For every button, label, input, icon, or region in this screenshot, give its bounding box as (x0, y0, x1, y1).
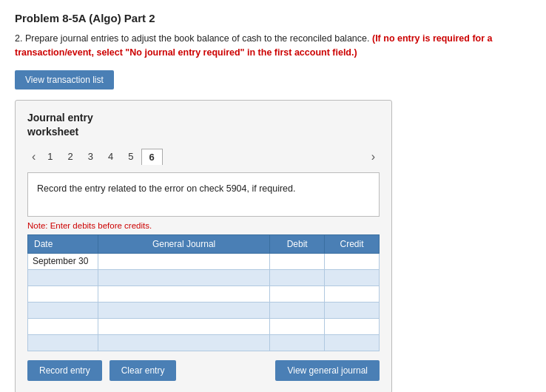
entry-description: Record the entry related to the error on… (27, 172, 380, 217)
col-header-debit: Debit (270, 234, 325, 253)
tab-3[interactable]: 3 (81, 149, 101, 164)
row-6-gj-input[interactable] (98, 335, 269, 351)
col-header-credit: Credit (325, 234, 380, 253)
row-6-gj-cell (98, 334, 270, 351)
tab-1[interactable]: 1 (40, 149, 60, 164)
row-5-gj-cell (98, 318, 270, 334)
tab-5[interactable]: 5 (121, 149, 141, 164)
row-4-debit-input[interactable] (270, 303, 324, 318)
row-3-debit-cell (270, 285, 325, 302)
tab-4[interactable]: 4 (101, 149, 121, 164)
clear-entry-button[interactable]: Clear entry (109, 360, 177, 381)
row-6-debit-cell (270, 334, 325, 351)
action-buttons: Record entry Clear entry View general jo… (27, 360, 380, 381)
row-3-credit-input[interactable] (325, 286, 379, 302)
view-transaction-list-button[interactable]: View transaction list (15, 70, 114, 89)
table-row (28, 285, 380, 302)
journal-entry-worksheet: Journal entry worksheet ‹ 1 2 3 4 5 6 › … (15, 100, 392, 393)
tab-6[interactable]: 6 (141, 149, 163, 165)
table-row (28, 334, 380, 351)
row-3-date (28, 285, 98, 302)
row-3-credit-cell (325, 285, 380, 302)
col-header-general-journal: General Journal (98, 234, 270, 253)
row-4-date (28, 302, 98, 318)
row-6-debit-input[interactable] (270, 335, 324, 351)
table-row (28, 269, 380, 285)
page-title: Problem 8-5A (Algo) Part 2 (15, 12, 531, 24)
row-5-date (28, 318, 98, 334)
row-6-date (28, 334, 98, 351)
tab-next-button[interactable]: › (367, 151, 380, 163)
row-1-gj-cell (98, 253, 270, 269)
journal-table: Date General Journal Debit Credit Septem… (27, 234, 380, 351)
row-5-credit-cell (325, 318, 380, 334)
instruction: 2. Prepare journal entries to adjust the… (15, 32, 531, 60)
table-row (28, 302, 380, 318)
tab-2[interactable]: 2 (61, 149, 81, 164)
row-6-credit-input[interactable] (325, 335, 379, 351)
row-6-credit-cell (325, 334, 380, 351)
row-2-credit-cell (325, 269, 380, 285)
row-2-credit-input[interactable] (325, 270, 379, 285)
worksheet-title: Journal entry worksheet (27, 111, 380, 140)
instruction-prefix: 2. Prepare journal entries to adjust the… (15, 33, 369, 44)
row-4-gj-input[interactable] (98, 303, 269, 318)
row-5-debit-cell (270, 318, 325, 334)
row-1-debit-cell (270, 253, 325, 269)
debit-before-credit-note: Note: Enter debits before credits. (27, 221, 380, 230)
col-header-date: Date (28, 234, 98, 253)
row-5-gj-input[interactable] (98, 319, 269, 334)
row-1-credit-cell (325, 253, 380, 269)
row-3-gj-input[interactable] (98, 286, 269, 302)
row-3-gj-cell (98, 285, 270, 302)
row-4-credit-input[interactable] (325, 303, 379, 318)
row-2-date (28, 269, 98, 285)
row-4-credit-cell (325, 302, 380, 318)
row-1-gj-input[interactable] (98, 254, 269, 269)
record-entry-button[interactable]: Record entry (27, 360, 102, 381)
table-row: September 30 (28, 253, 380, 269)
row-2-debit-cell (270, 269, 325, 285)
row-2-gj-input[interactable] (98, 270, 269, 285)
table-row (28, 318, 380, 334)
row-4-gj-cell (98, 302, 270, 318)
row-1-debit-input[interactable] (270, 254, 324, 269)
tab-navigation: ‹ 1 2 3 4 5 6 › (27, 149, 380, 165)
row-4-debit-cell (270, 302, 325, 318)
row-5-credit-input[interactable] (325, 319, 379, 334)
view-general-journal-button[interactable]: View general journal (275, 360, 380, 381)
row-5-debit-input[interactable] (270, 319, 324, 334)
row-2-debit-input[interactable] (270, 270, 324, 285)
tab-prev-button[interactable]: ‹ (27, 151, 40, 163)
row-1-date: September 30 (28, 253, 98, 269)
row-2-gj-cell (98, 269, 270, 285)
row-1-credit-input[interactable] (325, 254, 379, 269)
row-3-debit-input[interactable] (270, 286, 324, 302)
